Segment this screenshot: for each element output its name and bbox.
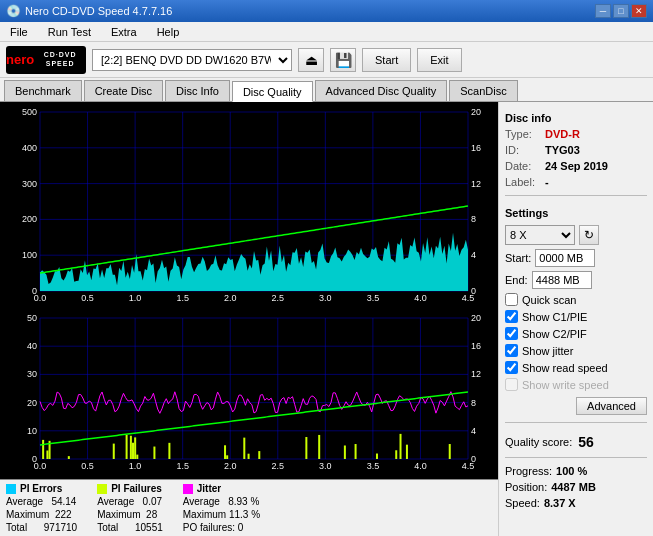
toolbar: nero CD·DVD SPEED [2:2] BENQ DVD DD DW16… bbox=[0, 42, 653, 78]
refresh-button[interactable]: ↻ bbox=[579, 225, 599, 245]
disc-date-value: 24 Sep 2019 bbox=[545, 160, 608, 172]
disc-date-row: Date: 24 Sep 2019 bbox=[505, 160, 647, 172]
pi-failures-avg: Average 0.07 bbox=[97, 496, 163, 507]
divider-1 bbox=[505, 195, 647, 196]
tab-disc-info[interactable]: Disc Info bbox=[165, 80, 230, 101]
show-read-speed-label: Show read speed bbox=[522, 362, 608, 374]
quality-score-label: Quality score: bbox=[505, 436, 572, 448]
bottom-chart bbox=[2, 310, 496, 477]
show-jitter-row: Show jitter bbox=[505, 344, 647, 357]
title-bar: 💿 Nero CD-DVD Speed 4.7.7.16 ─ □ ✕ bbox=[0, 0, 653, 22]
main-content: PI Errors Average 54.14 Maximum 222 Tota… bbox=[0, 102, 653, 536]
jitter-label: Jitter bbox=[197, 483, 221, 494]
show-jitter-checkbox[interactable] bbox=[505, 344, 518, 357]
tab-create-disc[interactable]: Create Disc bbox=[84, 80, 163, 101]
disc-label-row: Label: - bbox=[505, 176, 647, 188]
show-write-speed-label: Show write speed bbox=[522, 379, 609, 391]
pi-failures-color bbox=[97, 484, 107, 494]
show-c2pif-row: Show C2/PIF bbox=[505, 327, 647, 340]
legend-pi-failures: PI Failures Average 0.07 Maximum 28 Tota… bbox=[97, 483, 163, 533]
menu-extra[interactable]: Extra bbox=[105, 25, 143, 39]
settings-title: Settings bbox=[505, 207, 647, 219]
jitter-max: Maximum 11.3 % bbox=[183, 509, 260, 520]
progress-value: 100 % bbox=[556, 465, 587, 477]
exit-button[interactable]: Exit bbox=[417, 48, 461, 72]
speed-row: Speed: 8.37 X bbox=[505, 497, 647, 509]
app-icon: 💿 bbox=[6, 4, 21, 18]
start-button[interactable]: Start bbox=[362, 48, 411, 72]
disc-type-value: DVD-R bbox=[545, 128, 580, 140]
start-input[interactable] bbox=[535, 249, 595, 267]
pi-failures-label: PI Failures bbox=[111, 483, 162, 494]
quick-scan-checkbox[interactable] bbox=[505, 293, 518, 306]
window-title: Nero CD-DVD Speed 4.7.7.16 bbox=[25, 5, 172, 17]
speed-value: 8.37 X bbox=[544, 497, 576, 509]
maximize-button[interactable]: □ bbox=[613, 4, 629, 18]
quick-scan-row: Quick scan bbox=[505, 293, 647, 306]
drive-selector[interactable]: [2:2] BENQ DVD DD DW1620 B7W9 bbox=[92, 49, 292, 71]
legend-jitter: Jitter Average 8.93 % Maximum 11.3 % PO … bbox=[183, 483, 260, 533]
divider-3 bbox=[505, 457, 647, 458]
show-c1pie-checkbox[interactable] bbox=[505, 310, 518, 323]
disc-label-value: - bbox=[545, 176, 549, 188]
jitter-avg: Average 8.93 % bbox=[183, 496, 260, 507]
progress-row: Progress: 100 % bbox=[505, 465, 647, 477]
show-read-speed-row: Show read speed bbox=[505, 361, 647, 374]
po-failures: PO failures: 0 bbox=[183, 522, 260, 533]
disc-type-row: Type: DVD-R bbox=[505, 128, 647, 140]
pi-errors-max: Maximum 222 bbox=[6, 509, 77, 520]
advanced-button[interactable]: Advanced bbox=[576, 397, 647, 415]
pi-errors-label: PI Errors bbox=[20, 483, 62, 494]
disc-id-value: TYG03 bbox=[545, 144, 580, 156]
tab-disc-quality[interactable]: Disc Quality bbox=[232, 81, 313, 102]
jitter-color bbox=[183, 484, 193, 494]
show-write-speed-checkbox bbox=[505, 378, 518, 391]
menu-bar: File Run Test Extra Help bbox=[0, 22, 653, 42]
tab-scandisc[interactable]: ScanDisc bbox=[449, 80, 517, 101]
quick-scan-label: Quick scan bbox=[522, 294, 576, 306]
pi-failures-max: Maximum 28 bbox=[97, 509, 163, 520]
charts-area bbox=[0, 102, 498, 479]
pi-errors-color bbox=[6, 484, 16, 494]
pi-errors-avg: Average 54.14 bbox=[6, 496, 77, 507]
legend-area: PI Errors Average 54.14 Maximum 222 Tota… bbox=[0, 479, 498, 536]
legend-pi-errors: PI Errors Average 54.14 Maximum 222 Tota… bbox=[6, 483, 77, 533]
disc-id-row: ID: TYG03 bbox=[505, 144, 647, 156]
divider-2 bbox=[505, 422, 647, 423]
show-write-speed-row: Show write speed bbox=[505, 378, 647, 391]
end-input[interactable] bbox=[532, 271, 592, 289]
position-value: 4487 MB bbox=[551, 481, 596, 493]
tab-benchmark[interactable]: Benchmark bbox=[4, 80, 82, 101]
tab-advanced-disc-quality[interactable]: Advanced Disc Quality bbox=[315, 80, 448, 101]
end-range-row: End: bbox=[505, 271, 647, 289]
top-chart bbox=[2, 104, 496, 309]
quality-score-value: 56 bbox=[578, 434, 594, 450]
pi-errors-total: Total 971710 bbox=[6, 522, 77, 533]
save-button[interactable]: 💾 bbox=[330, 48, 356, 72]
show-c2pif-label: Show C2/PIF bbox=[522, 328, 587, 340]
show-read-speed-checkbox[interactable] bbox=[505, 361, 518, 374]
eject-button[interactable]: ⏏ bbox=[298, 48, 324, 72]
menu-help[interactable]: Help bbox=[151, 25, 186, 39]
right-panel: Disc info Type: DVD-R ID: TYG03 Date: 24… bbox=[498, 102, 653, 536]
position-row: Position: 4487 MB bbox=[505, 481, 647, 493]
start-range-row: Start: bbox=[505, 249, 647, 267]
disc-info-title: Disc info bbox=[505, 112, 647, 124]
nero-logo: nero CD·DVD SPEED bbox=[6, 46, 86, 74]
menu-file[interactable]: File bbox=[4, 25, 34, 39]
quality-score-row: Quality score: 56 bbox=[505, 434, 647, 450]
menu-run-test[interactable]: Run Test bbox=[42, 25, 97, 39]
minimize-button[interactable]: ─ bbox=[595, 4, 611, 18]
speed-settings-row: 8 X Max 2 X 4 X ↻ bbox=[505, 225, 647, 245]
show-c2pif-checkbox[interactable] bbox=[505, 327, 518, 340]
pi-failures-total: Total 10551 bbox=[97, 522, 163, 533]
close-button[interactable]: ✕ bbox=[631, 4, 647, 18]
show-c1pie-label: Show C1/PIE bbox=[522, 311, 587, 323]
show-c1pie-row: Show C1/PIE bbox=[505, 310, 647, 323]
speed-selector[interactable]: 8 X Max 2 X 4 X bbox=[505, 225, 575, 245]
tab-bar: Benchmark Create Disc Disc Info Disc Qua… bbox=[0, 78, 653, 102]
show-jitter-label: Show jitter bbox=[522, 345, 573, 357]
